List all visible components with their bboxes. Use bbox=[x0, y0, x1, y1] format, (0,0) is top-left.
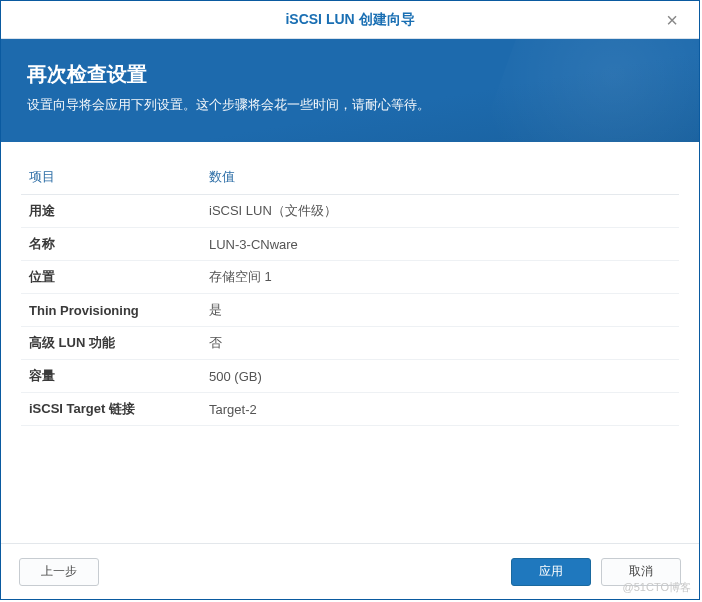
banner: 再次检查设置 设置向导将会应用下列设置。这个步骤将会花一些时间，请耐心等待。 bbox=[1, 39, 699, 142]
cell-val: 是 bbox=[201, 294, 679, 327]
table-row: 高级 LUN 功能 否 bbox=[21, 327, 679, 360]
content-area: 项目 数值 用途 iSCSI LUN（文件级） 名称 LUN-3-CNware … bbox=[1, 142, 699, 537]
cell-key: Thin Provisioning bbox=[21, 294, 201, 327]
cell-key: iSCSI Target 链接 bbox=[21, 393, 201, 426]
table-row: 名称 LUN-3-CNware bbox=[21, 228, 679, 261]
banner-subheading: 设置向导将会应用下列设置。这个步骤将会花一些时间，请耐心等待。 bbox=[27, 96, 673, 114]
back-button[interactable]: 上一步 bbox=[19, 558, 99, 586]
cell-key: 名称 bbox=[21, 228, 201, 261]
cell-val: 500 (GB) bbox=[201, 360, 679, 393]
cell-val: iSCSI LUN（文件级） bbox=[201, 195, 679, 228]
cell-key: 位置 bbox=[21, 261, 201, 294]
settings-table: 项目 数值 用途 iSCSI LUN（文件级） 名称 LUN-3-CNware … bbox=[21, 160, 679, 426]
cancel-button[interactable]: 取消 bbox=[601, 558, 681, 586]
dialog-title: iSCSI LUN 创建向导 bbox=[285, 11, 414, 29]
table-row: 用途 iSCSI LUN（文件级） bbox=[21, 195, 679, 228]
col-header-val: 数值 bbox=[201, 160, 679, 195]
footer: 上一步 应用 取消 bbox=[1, 543, 699, 599]
apply-button[interactable]: 应用 bbox=[511, 558, 591, 586]
cell-key: 用途 bbox=[21, 195, 201, 228]
cell-key: 容量 bbox=[21, 360, 201, 393]
cell-val: LUN-3-CNware bbox=[201, 228, 679, 261]
cell-val: 存储空间 1 bbox=[201, 261, 679, 294]
table-row: 位置 存储空间 1 bbox=[21, 261, 679, 294]
col-header-key: 项目 bbox=[21, 160, 201, 195]
table-row: iSCSI Target 链接 Target-2 bbox=[21, 393, 679, 426]
close-icon[interactable]: × bbox=[657, 1, 687, 39]
table-row: 容量 500 (GB) bbox=[21, 360, 679, 393]
titlebar: iSCSI LUN 创建向导 × bbox=[1, 1, 699, 39]
cell-val: 否 bbox=[201, 327, 679, 360]
cell-key: 高级 LUN 功能 bbox=[21, 327, 201, 360]
banner-heading: 再次检查设置 bbox=[27, 61, 673, 88]
wizard-dialog: iSCSI LUN 创建向导 × 再次检查设置 设置向导将会应用下列设置。这个步… bbox=[0, 0, 700, 600]
table-row: Thin Provisioning 是 bbox=[21, 294, 679, 327]
cell-val: Target-2 bbox=[201, 393, 679, 426]
